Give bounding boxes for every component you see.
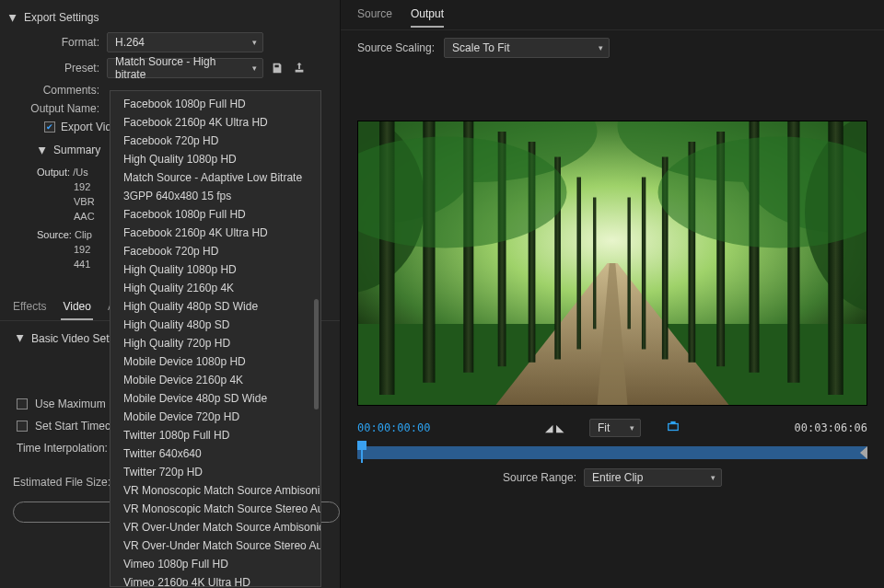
output-label: Output: [37, 167, 70, 178]
chevron-down-icon: ▶ [8, 14, 18, 21]
step-buttons[interactable]: ◢ ◣ [545, 422, 564, 434]
out-point-marker[interactable] [860, 446, 867, 459]
crop-output-icon[interactable] [667, 421, 680, 436]
preset-option[interactable]: Facebook 1080p Full HD [110, 205, 320, 224]
preset-option[interactable]: High Quality 2160p 4K [110, 279, 320, 297]
tab-video[interactable]: Video [61, 294, 92, 320]
svg-rect-33 [670, 421, 675, 423]
preset-option[interactable]: Vimeo 1080p Full HD [110, 555, 320, 573]
preset-option[interactable]: Mobile Device 720p HD [110, 408, 320, 426]
preset-dropdown-popup[interactable]: Facebook 1080p Full HDFacebook 2160p 4K … [110, 90, 321, 587]
preset-option[interactable]: VR Monoscopic Match Source Ambisonics [110, 481, 320, 500]
preset-option[interactable]: Facebook 2160p 4K Ultra HD [110, 113, 320, 132]
comments-label: Comments: [6, 84, 107, 97]
preset-select[interactable]: Match Source - High bitrate ▾ [107, 58, 263, 78]
preset-option[interactable]: Facebook 720p HD [110, 242, 320, 260]
preset-label: Preset: [6, 62, 107, 75]
chevron-down-icon: ▾ [599, 43, 603, 52]
step-back-icon[interactable]: ◢ [545, 422, 552, 434]
tab-output[interactable]: Output [411, 7, 444, 28]
preset-option[interactable]: High Quality 1080p HD [110, 260, 320, 279]
right-panel: Source Output Source Scaling: Scale To F… [341, 0, 884, 588]
time-interp-label: Time Interpolation: [17, 442, 108, 455]
video-preview[interactable] [357, 121, 867, 406]
preset-option[interactable]: High Quality 720p HD [110, 334, 320, 352]
preset-option[interactable]: VR Over-Under Match Source Stereo Audio [110, 536, 320, 555]
preview-tabs: Source Output [341, 0, 884, 30]
output-name-label: Output Name: [6, 102, 107, 115]
preset-option[interactable]: VR Monoscopic Match Source Stereo Audio [110, 500, 320, 518]
chevron-down-icon: ▶ [38, 146, 48, 154]
save-preset-icon[interactable] [269, 60, 285, 76]
timeline[interactable] [357, 446, 867, 459]
preset-option[interactable]: Mobile Device 480p SD Wide [110, 389, 320, 408]
chevron-down-icon: ▾ [252, 63, 257, 73]
format-select[interactable]: H.264 ▾ [107, 32, 263, 52]
max-render-checkbox[interactable] [17, 398, 28, 409]
preset-option[interactable]: High Quality 480p SD [110, 316, 320, 334]
chevron-down-icon: ▾ [630, 423, 634, 432]
timecode-in[interactable]: 00:00:00:00 [357, 421, 430, 434]
preset-scrollbar[interactable] [314, 97, 319, 581]
preset-option[interactable]: Mobile Device 1080p HD [110, 352, 320, 371]
preset-option[interactable]: Twitter 1080p Full HD [110, 426, 320, 444]
preset-option[interactable]: Match Source - Adaptive Low Bitrate [110, 168, 320, 187]
transport-bar: 00:00:00:00 ◢ ◣ Fit ▾ 00:03:06:06 [341, 411, 884, 505]
source-range-select[interactable]: Entire Clip ▾ [584, 468, 722, 487]
import-preset-icon[interactable] [291, 60, 308, 76]
preset-option[interactable]: Vimeo 2160p 4K Ultra HD [110, 573, 320, 587]
preview-image [358, 121, 867, 405]
chevron-down-icon: ▾ [252, 38, 257, 47]
preset-option[interactable]: High Quality 480p SD Wide [110, 297, 320, 316]
preset-option[interactable]: Twitter 640x640 [110, 444, 320, 463]
step-forward-icon[interactable]: ◣ [556, 422, 564, 434]
tab-source[interactable]: Source [357, 7, 392, 28]
format-value: H.264 [115, 36, 145, 49]
start-timecode-checkbox[interactable] [17, 421, 28, 432]
preset-option[interactable]: VR Over-Under Match Source Ambisonics [110, 518, 320, 536]
summary-title: Summary [53, 144, 100, 156]
export-settings-header[interactable]: ▶ Export Settings [6, 9, 334, 29]
preset-option[interactable]: Twitter 720p HD [110, 463, 320, 481]
zoom-fit-select[interactable]: Fit ▾ [589, 419, 641, 437]
export-video-checkbox[interactable] [44, 121, 55, 133]
source-scaling-label: Source Scaling: [357, 41, 435, 54]
playhead[interactable] [357, 441, 366, 450]
preset-option[interactable]: High Quality 1080p HD [110, 150, 320, 168]
chevron-down-icon: ▶ [16, 335, 26, 342]
source-scaling-row: Source Scaling: Scale To Fit ▾ [341, 30, 884, 65]
preset-value: Match Source - High bitrate [115, 55, 242, 81]
source-scaling-select[interactable]: Scale To Fit ▾ [444, 38, 610, 58]
preset-option[interactable]: Facebook 720p HD [110, 132, 320, 150]
tab-effects[interactable]: Effects [11, 294, 48, 320]
preset-option[interactable]: Facebook 2160p 4K Ultra HD [110, 224, 320, 242]
source-label: Source: [37, 229, 72, 240]
left-panel: ▶ Export Settings Format: H.264 ▾ Preset… [0, 0, 341, 588]
svg-rect-32 [669, 423, 679, 430]
section-title: Export Settings [24, 11, 99, 24]
source-range-label: Source Range: [503, 471, 576, 484]
preset-option[interactable]: Mobile Device 2160p 4K [110, 371, 320, 389]
preset-option[interactable]: 3GPP 640x480 15 fps [110, 187, 320, 205]
bvs-title: Basic Video Setti [31, 332, 115, 345]
timecode-out: 00:03:06:06 [795, 421, 867, 434]
preset-option[interactable]: Facebook 1080p Full HD [110, 95, 320, 113]
chevron-down-icon: ▾ [711, 473, 715, 482]
format-label: Format: [6, 36, 107, 49]
